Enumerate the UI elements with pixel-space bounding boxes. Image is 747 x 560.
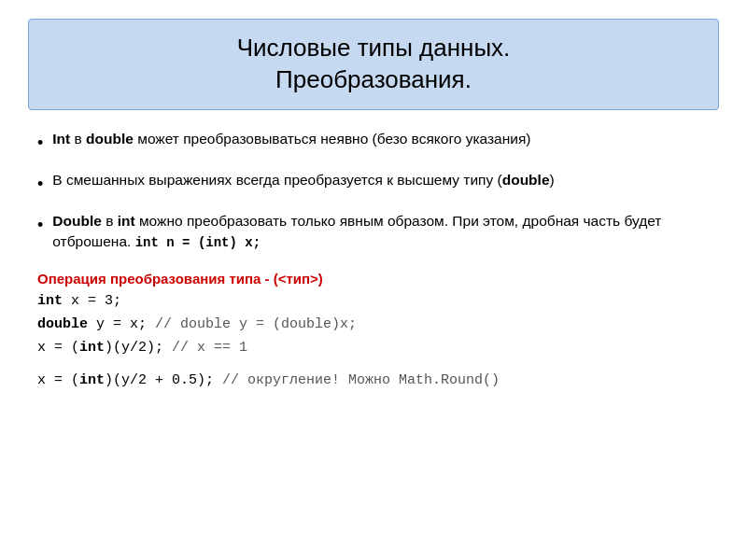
code-heading: Операция преобразования типа - (<тип>) <box>37 268 710 291</box>
title-box: Числовые типы данных. Преобразования. <box>28 19 719 110</box>
title-line2: Преобразования. <box>275 65 472 93</box>
page: Числовые типы данных. Преобразования. • … <box>0 0 747 560</box>
bullet1-bold2: double <box>86 131 134 147</box>
bullet-text-2: В смешанных выражениях всегда преобразуе… <box>52 170 554 190</box>
bullet1-text2: может преобразовываться неявно (безо вся… <box>137 131 530 147</box>
title-line1: Числовые типы данных. <box>237 34 511 62</box>
bullet-text-1: Int в double может преобразовываться нея… <box>52 129 530 149</box>
bullet3-text1: в <box>106 213 118 229</box>
bullet2-text2: ) <box>550 172 555 188</box>
bullet-dot-2: • <box>37 172 43 196</box>
code-line2: double y = x; // double y = (double)x; <box>37 314 710 337</box>
bullet3-code: int n = (int) x; <box>135 235 261 250</box>
page-title: Числовые типы данных. Преобразования. <box>48 33 699 96</box>
code-section: Операция преобразования типа - (<тип>) i… <box>37 268 710 393</box>
bullet-item-2: • В смешанных выражениях всегда преобраз… <box>37 170 710 196</box>
bullet-dot-3: • <box>37 213 43 237</box>
bullet3-bold2: int <box>118 213 135 229</box>
bullet3-bold1: Double <box>52 213 102 229</box>
bullet-item-3: • Double в int можно преобразовать тольк… <box>37 211 710 253</box>
bullet-text-3: Double в int можно преобразовать только … <box>52 211 710 253</box>
bullet1-bold1: Int <box>52 131 70 147</box>
bullet2-bold: double <box>502 172 550 188</box>
bullet-item-1: • Int в double может преобразовываться н… <box>37 129 710 155</box>
bullet-dot-1: • <box>37 131 43 155</box>
code-line3: x = (int)(y/2); // x == 1 <box>37 337 710 360</box>
code-line1: int x = 3; <box>37 290 710 314</box>
bullet1-text1: в <box>75 131 87 147</box>
content-area: • Int в double может преобразовываться н… <box>28 129 719 541</box>
code-line4: x = (int)(y/2 + 0.5); // округление! Мож… <box>37 370 710 393</box>
bullet2-text1: В смешанных выражениях всегда преобразуе… <box>52 172 501 188</box>
